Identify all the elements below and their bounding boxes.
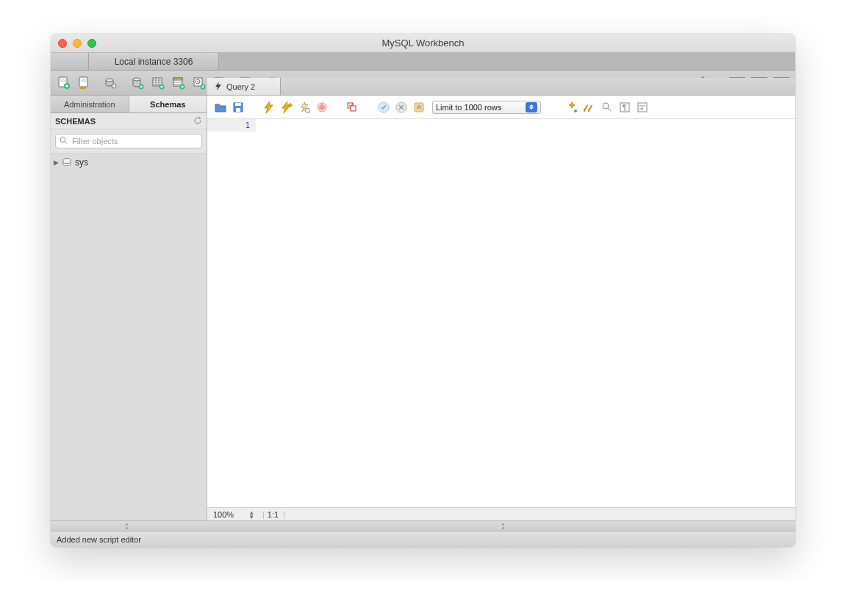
svg-rect-31 (236, 108, 240, 112)
rollback-icon[interactable] (394, 100, 409, 115)
add-schema-icon[interactable] (130, 76, 145, 90)
line-number: 1 (245, 121, 250, 130)
stop-icon[interactable] (315, 100, 329, 115)
pane-resize-strip[interactable] (51, 520, 795, 531)
titlebar: MySQL Workbench (51, 34, 795, 53)
query-tab[interactable]: Query 2 (207, 78, 281, 95)
code-content[interactable] (256, 119, 795, 507)
code-editor[interactable]: 1 (207, 119, 795, 507)
svg-point-27 (60, 137, 65, 143)
execute-current-icon[interactable] (279, 100, 294, 115)
explain-icon[interactable] (297, 100, 312, 115)
sidebar-tab-label: Administration (64, 100, 115, 109)
add-view-icon[interactable] (171, 76, 186, 90)
sidebar-tab-administration[interactable]: Administration (51, 96, 129, 112)
zoom-level: 100% (213, 510, 248, 519)
svg-rect-30 (235, 103, 241, 106)
status-message: Added new script editor (57, 535, 141, 544)
row-limit-label: Limit to 1000 rows (436, 103, 501, 112)
svg-text:¶: ¶ (623, 104, 626, 112)
home-tab[interactable] (51, 53, 89, 70)
execute-icon[interactable] (262, 100, 276, 115)
svg-text:SQL: SQL (60, 79, 67, 82)
open-file-icon[interactable] (213, 100, 228, 115)
query-tab-label: Query 2 (226, 82, 255, 91)
connection-tab[interactable]: Local instance 3306 (89, 53, 219, 70)
row-limit-select[interactable]: Limit to 1000 rows (432, 101, 541, 114)
database-icon (62, 157, 72, 168)
save-file-icon[interactable] (231, 100, 245, 115)
svg-rect-44 (638, 103, 647, 112)
svg-point-40 (574, 110, 577, 112)
lightning-icon (215, 82, 222, 92)
toggle-whitespace-icon[interactable]: ¶ (617, 100, 632, 115)
svg-point-41 (603, 103, 609, 109)
editor-status-bar: 100% ▴▾ | 1:1 | (207, 507, 795, 520)
toggle-invisible-icon[interactable] (600, 100, 614, 115)
svg-rect-35 (351, 106, 356, 111)
schemas-header-label: SCHEMAS (55, 117, 96, 126)
toggle-wrap-icon[interactable] (635, 100, 650, 115)
svg-text:i: i (113, 84, 114, 88)
grip-icon (126, 523, 128, 529)
connection-tabs: Local instance 3306 (51, 53, 795, 71)
open-sql-icon[interactable]: SQL (77, 76, 92, 90)
editor-pane: Query 2 Limit to 1000 rows (207, 96, 795, 520)
schema-item[interactable]: ▶ sys (51, 155, 207, 170)
svg-text:SQL: SQL (81, 79, 87, 82)
zoom-stepper[interactable]: ▴▾ (250, 510, 254, 519)
window-title: MySQL Workbench (51, 37, 795, 49)
commit-icon[interactable] (376, 100, 391, 115)
cursor-position: 1:1 (268, 510, 279, 519)
inspector-icon[interactable]: i (104, 76, 118, 90)
schema-list: ▶ sys (51, 154, 207, 520)
toggle-autocommit-icon[interactable] (345, 100, 360, 115)
grip-icon (502, 523, 504, 529)
stepper-icon (526, 102, 537, 112)
beautify-icon[interactable] (564, 100, 579, 115)
editor-toolbar: Limit to 1000 rows ¶ (207, 96, 795, 119)
find-replace-icon[interactable] (582, 100, 597, 115)
add-procedure-icon[interactable] (192, 76, 207, 90)
add-table-icon[interactable] (151, 76, 165, 90)
svg-point-17 (197, 81, 198, 82)
svg-point-5 (106, 79, 113, 82)
svg-point-8 (133, 78, 140, 81)
sidebar-tab-label: Schemas (150, 100, 185, 109)
schemas-header: SCHEMAS (51, 113, 207, 129)
search-icon (60, 137, 68, 146)
toggle-limit-icon[interactable] (412, 100, 426, 115)
refresh-schemas-icon[interactable] (193, 116, 202, 126)
svg-rect-13 (173, 78, 182, 80)
new-sql-tab-icon[interactable]: SQL (57, 76, 71, 90)
connection-tab-label: Local instance 3306 (115, 57, 193, 67)
status-bar: Added new script editor (51, 531, 795, 547)
sidebar: Administration Schemas SCHEMAS (51, 96, 207, 520)
expand-icon[interactable]: ▶ (54, 159, 59, 166)
schema-item-label: sys (75, 157, 88, 168)
sidebar-tab-schemas[interactable]: Schemas (129, 96, 207, 112)
filter-objects-input[interactable] (55, 134, 202, 148)
